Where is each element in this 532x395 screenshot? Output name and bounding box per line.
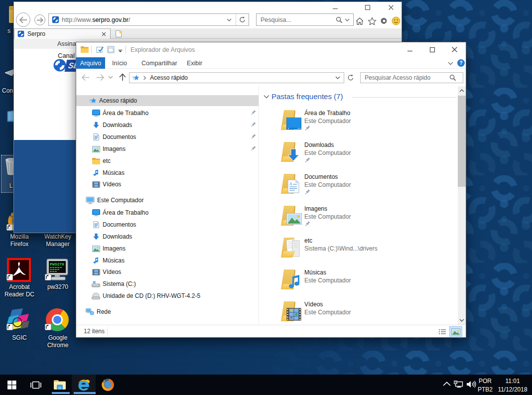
folder-item-area-de-trabalho[interactable]: Área de Trabalho Este Computador [280,110,445,140]
nav-item-musicas[interactable]: Músicas [76,167,259,178]
desktop-icon-label[interactable]: pw3270 [38,283,77,291]
scroll-down-icon[interactable] [459,319,464,322]
desktop-icon-label[interactable]: Google Chrome [38,334,77,349]
nav-item-pc-musicas[interactable]: Músicas [76,255,259,266]
large-icons-view-button[interactable] [449,326,462,337]
folder-name[interactable]: etc [304,237,312,244]
nav-item-pc-imagens[interactable]: Imagens [76,243,259,254]
ie-back-button[interactable] [16,12,30,27]
ie-tab-serpro[interactable]: Serpro [14,28,111,39]
task-view-button[interactable] [24,375,48,395]
nav-item-acesso-rapido[interactable]: Acesso rápido [76,95,259,106]
scroll-up-icon[interactable] [459,89,464,92]
desktop-icon-label[interactable]: WatchKey Manager [38,233,77,248]
nav-item-sistema-c[interactable]: Sistema (C:) [76,278,259,289]
nav-item-este-computador[interactable]: Este Computador [76,195,259,206]
explorer-close-button[interactable] [443,42,466,57]
page-menu-item[interactable]: Assinat [57,40,78,47]
url-dropdown-icon[interactable] [227,18,232,21]
tray-expand-icon[interactable] [443,382,451,387]
nav-item-pc-documentos[interactable]: Documentos [76,219,259,230]
settings-button[interactable] [379,15,390,26]
nav-item-pc-downloads[interactable]: Downloads [76,231,259,242]
folder-item-downloads[interactable]: Downloads Este Computador [280,141,445,172]
nav-item-cd-drive[interactable]: Unidade de CD (D:) RHV-WGT-4.2-5 [76,290,259,301]
taskbar-firefox-button[interactable] [96,375,120,395]
network-tray-icon[interactable] [454,381,463,388]
nav-item-rede[interactable]: Rede [76,306,259,317]
ribbon-tab-compartilhar[interactable]: Compartilhar [137,57,182,69]
favorites-button[interactable] [367,15,378,26]
ribbon-tab-arquivo[interactable]: Arquivo [76,57,105,69]
content-scrollbar[interactable] [458,86,466,325]
desktop-icon-label[interactable]: Mozilla Firefox [0,233,39,248]
ribbon-tab-exibir[interactable]: Exibir [182,57,207,69]
address-dropdown-icon[interactable] [335,76,340,80]
nav-item-area-de-trabalho[interactable]: Área de Trabalho [76,108,259,119]
nav-up-icon[interactable] [119,73,127,81]
ie-search-box[interactable] [256,13,354,26]
taskbar-ie-button[interactable] [72,375,96,395]
breadcrumb[interactable]: Acesso rápido [150,74,188,81]
nav-item-imagens[interactable]: Imagens [76,143,259,154]
search-icon[interactable] [449,74,456,81]
help-button[interactable]: ? [457,59,465,67]
desktop-icon-label[interactable]: SGIC [0,334,39,342]
tab-close-icon[interactable] [102,32,106,36]
qat-dropdown-icon[interactable] [118,48,123,52]
explorer-search-box[interactable] [360,72,463,83]
nav-item-downloads[interactable]: Downloads [76,120,259,131]
feedback-button[interactable] [391,15,401,26]
ie-forward-button[interactable] [34,14,45,25]
explorer-maximize-button[interactable] [421,42,443,57]
folder-name[interactable]: Vídeos [304,301,323,308]
qat-properties-icon[interactable] [96,46,104,53]
breadcrumb-chevron-icon[interactable] [143,76,146,80]
clock[interactable]: 11:01 11/12/2018 [496,377,529,394]
search-icon[interactable] [336,16,343,23]
ribbon-expand-icon[interactable] [448,62,453,65]
folder-item-imagens[interactable]: Imagens Este Computador [280,205,445,236]
taskbar-explorer-button[interactable] [48,375,72,395]
nav-item-documentos[interactable]: Documentos [76,132,259,142]
nav-item-pc-videos[interactable]: Vídeos [76,266,259,277]
taskbar: POR PTB2 11:01 11/12/2018 [0,375,532,395]
folder-name[interactable]: Imagens [304,205,327,212]
folder-name[interactable]: Músicas [304,269,326,276]
collapse-chevron-icon[interactable] [264,95,269,99]
folder-item-documentos[interactable]: A Documentos Este Computador [280,173,445,204]
folder-item-etc[interactable]: etc Sistema (C:)\Wind...\drivers [280,237,445,268]
nav-back-icon[interactable] [81,74,90,81]
nav-item-pc-area-de-trabalho[interactable]: Área de Trabalho [76,207,259,218]
scrollbar-thumb[interactable] [458,96,466,187]
ie-search-input[interactable] [261,16,325,23]
ie-address-bar[interactable]: http://www.serpro.gov.br/ [48,13,249,26]
nav-item-etc[interactable]: etc [76,155,259,166]
folder-item-musicas[interactable]: Músicas Este Computador [280,269,445,300]
qat-new-folder-icon[interactable] [107,46,115,53]
desktop-icon-label[interactable]: Acrobat Reader DC [0,283,39,298]
ie-close-button[interactable] [384,2,398,13]
refresh-button[interactable] [236,14,249,25]
refresh-icon[interactable] [347,74,354,81]
folder-name[interactable]: Downloads [304,141,334,148]
search-dropdown-icon[interactable] [345,18,350,21]
folder-name[interactable]: Área de Trabalho [304,110,350,117]
folder-name[interactable]: Documentos [304,173,338,180]
start-button[interactable] [0,375,24,395]
language-indicator[interactable]: POR PTB2 [474,377,496,394]
nav-item-videos[interactable]: Vídeos [76,179,259,190]
details-view-button[interactable] [436,326,448,337]
ribbon-tab-inicio[interactable]: Início [108,57,132,69]
home-button[interactable] [354,15,365,26]
address-bar[interactable]: Acesso rápido [129,72,344,83]
items-count: 12 itens [84,328,105,335]
ie-maximize-button[interactable] [361,2,375,13]
ie-minimize-button[interactable] [328,2,342,13]
explorer-minimize-button[interactable] [399,42,421,57]
new-tab-button[interactable] [113,29,124,38]
group-header[interactable]: Pastas frequentes (7) [259,91,458,102]
nav-history-dropdown-icon[interactable] [108,76,113,79]
nav-forward-icon[interactable] [96,74,105,81]
explorer-search-input[interactable] [365,74,448,81]
